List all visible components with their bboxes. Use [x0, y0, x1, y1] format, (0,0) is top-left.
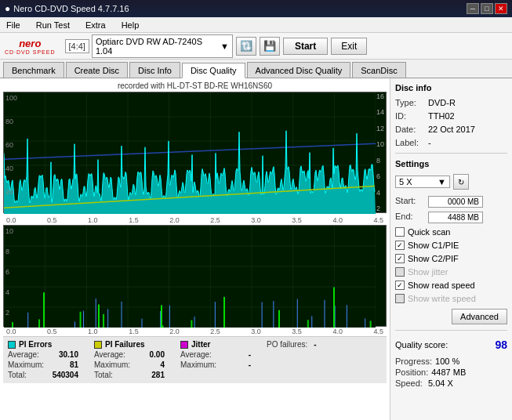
bottom-chart [3, 225, 387, 327]
pi-failures-label: PI Failures [105, 340, 145, 349]
disc-type-row: Type: DVD-R [395, 98, 507, 107]
speed-label: Speed: [395, 378, 425, 388]
show-c1-checkbox[interactable]: ✓ [395, 241, 405, 250]
speed-setting-row: 5 X ▼ ↻ [395, 174, 507, 190]
pi-failures-color [94, 341, 102, 349]
position-value: 4487 MB [431, 368, 466, 377]
minimize-button[interactable]: ─ [467, 3, 479, 14]
progress-value: 100 % [435, 357, 459, 366]
close-button[interactable]: ✕ [495, 3, 507, 14]
menu-help[interactable]: Help [118, 19, 143, 31]
tab-create-disc[interactable]: Create Disc [66, 62, 128, 78]
pi-errors-avg-label: Average: [8, 350, 39, 359]
tab-advanced-disc-quality[interactable]: Advanced Disc Quality [247, 62, 351, 78]
pi-failures-avg: 0.00 [150, 350, 165, 359]
jitter-avg: - [249, 350, 251, 359]
pi-errors-max-value: 81 [70, 360, 78, 369]
refresh-button[interactable]: 🔃 [236, 37, 256, 56]
start-button[interactable]: Start [283, 38, 328, 55]
quick-scan-checkbox[interactable] [395, 227, 405, 237]
show-read-speed-row: ✓ Show read speed [395, 281, 507, 290]
chart-title: recorded with HL-DT-ST BD-RE WH16NS60 [3, 81, 387, 90]
show-write-speed-label: Show write speed [408, 294, 476, 303]
disc-label-value: - [428, 138, 431, 147]
show-jitter-label: Show jitter [408, 267, 448, 277]
show-c2-checkbox[interactable]: ✓ [395, 254, 405, 263]
disc-id-value: TTH02 [428, 111, 455, 121]
speed-select[interactable]: 5 X ▼ [395, 176, 450, 188]
quick-scan-label: Quick scan [408, 227, 450, 237]
show-c1-row: ✓ Show C1/PIE [395, 241, 507, 250]
maximize-button[interactable]: □ [481, 3, 493, 14]
disc-info-title: Disc info [395, 83, 507, 92]
show-jitter-checkbox[interactable] [395, 267, 405, 277]
nero-logo: nero CD·DVD SPEED [5, 38, 56, 55]
tab-disc-quality[interactable]: Disc Quality [182, 63, 245, 78]
disc-date-label: Date: [395, 125, 425, 134]
po-failures-label: PO failures: [267, 340, 307, 349]
tabs: Benchmark Create Disc Disc Info Disc Qua… [0, 60, 512, 78]
nero-logo-top: nero [19, 38, 41, 49]
show-write-speed-checkbox[interactable] [395, 294, 405, 303]
chart-area: recorded with HL-DT-ST BD-RE WH16NS60 16… [0, 78, 390, 420]
pi-failures-stat: PI Failures Average: 0.00 Maximum: 4 Tot… [94, 340, 165, 379]
main-content: recorded with HL-DT-ST BD-RE WH16NS60 16… [0, 78, 512, 420]
top-chart-y-right: 161412108642 [376, 92, 384, 212]
toolbar: nero CD·DVD SPEED [4:4] Optiarc DVD RW A… [0, 33, 512, 60]
show-write-speed-row: Show write speed [395, 294, 507, 303]
quality-score-row: Quality score: 98 [395, 339, 507, 351]
refresh-icon: 🔃 [240, 40, 252, 52]
pi-errors-color [8, 341, 16, 349]
title-bar: ● Nero CD-DVD Speed 4.7.7.16 ─ □ ✕ [0, 0, 512, 17]
tab-benchmark[interactable]: Benchmark [3, 62, 64, 78]
pi-errors-label: PI Errors [19, 340, 52, 349]
start-input[interactable] [428, 196, 483, 208]
show-jitter-row: Show jitter [395, 267, 507, 277]
po-failures-stat: PO failures: - [267, 340, 317, 349]
save-button[interactable]: 💾 [260, 37, 280, 56]
show-read-speed-label: Show read speed [408, 281, 475, 290]
divider-2 [395, 330, 507, 331]
jitter-color [180, 341, 188, 349]
menu-file[interactable]: File [3, 19, 24, 31]
nero-logo-bottom: CD·DVD SPEED [5, 49, 56, 55]
position-label: Position: [395, 368, 428, 377]
settings-title: Settings [395, 159, 507, 168]
disc-type-label: Type: [395, 98, 425, 107]
show-c2-row: ✓ Show C2/PIF [395, 254, 507, 263]
menu-run-test[interactable]: Run Test [33, 19, 73, 31]
disc-date-row: Date: 22 Oct 2017 [395, 125, 507, 134]
show-c1-label: Show C1/PIE [408, 241, 459, 250]
disc-id-row: ID: TTH02 [395, 111, 507, 121]
show-read-speed-checkbox[interactable]: ✓ [395, 281, 405, 290]
top-chart: 161412108642 [3, 92, 387, 213]
drive-selector: [4:4] Optiarc DVD RW AD-7240S 1.04 ▼ [65, 34, 233, 58]
speed-refresh-button[interactable]: ↻ [453, 174, 469, 190]
speed-indicator: [4:4] [65, 39, 89, 53]
po-failures-value: - [314, 340, 316, 349]
app-title: Nero CD-DVD Speed 4.7.7.16 [13, 4, 129, 13]
pi-failures-max: 4 [160, 360, 165, 369]
right-panel: Disc info Type: DVD-R ID: TTH02 Date: 22… [390, 78, 512, 420]
top-chart-x-axis: 0.00.51.01.52.02.53.03.54.04.5 [3, 215, 387, 225]
exit-button[interactable]: Exit [331, 38, 367, 55]
progress-rows: Progress: 100 % Position: 4487 MB Speed:… [395, 357, 507, 388]
drive-dropdown[interactable]: Optiarc DVD RW AD-7240S 1.04 ▼ [92, 34, 233, 58]
tab-scan-disc[interactable]: ScanDisc [352, 62, 405, 78]
advanced-button[interactable]: Advanced [452, 309, 507, 324]
stats-bar: PI Errors Average: 30.10 Maximum: 81 Tot… [3, 336, 387, 383]
speed-value: 5.04 X [428, 378, 453, 388]
progress-label: Progress: [395, 357, 432, 366]
start-label: Start: [395, 196, 425, 208]
pi-errors-total-label: Total: [8, 371, 27, 379]
menu-extra[interactable]: Extra [82, 19, 109, 31]
start-row: Start: [395, 196, 507, 208]
pi-errors-stat: PI Errors Average: 30.10 Maximum: 81 Tot… [8, 340, 78, 379]
end-row: End: [395, 212, 507, 223]
pi-errors-avg-value: 30.10 [59, 350, 78, 359]
end-input[interactable] [428, 212, 483, 223]
pi-failures-total: 281 [151, 371, 165, 379]
pi-errors-max-label: Maximum: [8, 360, 44, 369]
quality-score-value: 98 [495, 339, 507, 351]
tab-disc-info[interactable]: Disc Info [129, 62, 180, 78]
